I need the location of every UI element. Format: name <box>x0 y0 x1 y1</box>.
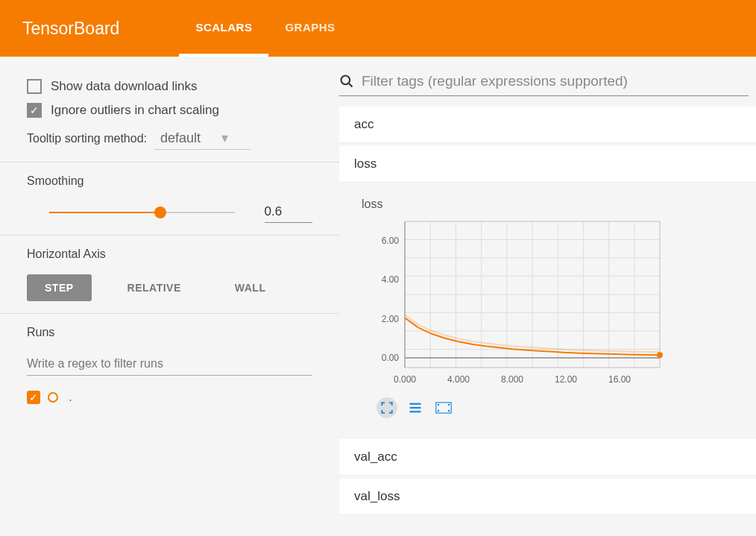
svg-point-0 <box>341 76 350 85</box>
ignore-outliers-checkbox[interactable]: ✓ Ignore outliers in chart scaling <box>27 103 312 118</box>
tag-section-loss[interactable]: loss <box>339 146 756 183</box>
tooltip-sort-select[interactable]: default ▾ <box>154 127 251 150</box>
svg-text:6.00: 6.00 <box>382 236 400 246</box>
chart-panel-loss: loss 0.002.004.006.000.0004.0008.00012.0… <box>339 186 756 433</box>
svg-point-40 <box>448 404 449 405</box>
tooltip-sort-value: default <box>160 130 201 146</box>
tag-section-val-acc[interactable]: val_acc <box>339 439 756 476</box>
svg-text:0.00: 0.00 <box>382 353 400 363</box>
run-toggle-all-checkbox[interactable]: ✓ <box>27 391 40 404</box>
app-header: TensorBoard SCALARS GRAPHS <box>0 0 756 57</box>
axis-btn-relative[interactable]: RELATIVE <box>110 274 199 301</box>
axis-btn-step[interactable]: STEP <box>27 274 92 301</box>
tab-graphs[interactable]: GRAPHS <box>268 0 351 57</box>
svg-text:12.00: 12.00 <box>555 374 577 385</box>
app-title: TensorBoard <box>22 19 119 39</box>
caret-down-icon: ▾ <box>221 130 228 146</box>
checkbox-unchecked-icon <box>27 79 42 94</box>
svg-line-1 <box>349 83 353 87</box>
tab-scalars[interactable]: SCALARS <box>179 0 268 57</box>
loss-chart[interactable]: 0.002.004.006.000.0004.0008.00012.0016.0… <box>362 217 667 388</box>
runs-label: Runs <box>27 326 312 339</box>
tooltip-sort-label: Tooltip sorting method: <box>27 132 147 145</box>
svg-text:16.00: 16.00 <box>608 374 631 385</box>
search-icon <box>339 74 354 89</box>
show-download-checkbox[interactable]: Show data download links <box>27 79 312 94</box>
horizontal-axis-label: Horizontal Axis <box>27 247 312 261</box>
expand-chart-button[interactable] <box>377 397 397 418</box>
svg-text:8.000: 8.000 <box>501 374 523 385</box>
svg-text:0.000: 0.000 <box>394 374 416 385</box>
svg-text:4.00: 4.00 <box>382 274 400 285</box>
svg-text:2.00: 2.00 <box>382 314 400 324</box>
slider-thumb[interactable] <box>154 206 166 218</box>
run-color-circle-icon[interactable] <box>48 392 58 403</box>
svg-point-41 <box>438 410 438 411</box>
show-download-label: Show data download links <box>51 79 198 94</box>
tag-filter-input[interactable] <box>362 73 749 89</box>
svg-point-39 <box>438 404 438 405</box>
checkbox-checked-icon: ✓ <box>27 103 42 118</box>
smoothing-label: Smoothing <box>27 174 312 188</box>
ignore-outliers-label: Ignore outliers in chart scaling <box>51 103 219 118</box>
axis-btn-wall[interactable]: WALL <box>217 274 284 301</box>
svg-point-42 <box>448 410 449 411</box>
sidebar: Show data download links ✓ Ignore outlie… <box>0 57 339 536</box>
slider-fill <box>49 212 160 213</box>
fit-domain-button[interactable] <box>433 397 454 418</box>
runs-filter-input[interactable] <box>27 353 312 376</box>
run-name-dot: . <box>69 389 72 405</box>
header-tabs: SCALARS GRAPHS <box>179 0 351 57</box>
smoothing-value-input[interactable]: 0.6 <box>265 201 312 223</box>
chart-title: loss <box>362 198 741 211</box>
smoothing-slider[interactable] <box>49 205 235 220</box>
svg-point-34 <box>657 352 663 358</box>
tag-section-acc[interactable]: acc <box>339 107 756 143</box>
svg-text:4.000: 4.000 <box>447 374 470 385</box>
toggle-lines-button[interactable] <box>405 397 426 418</box>
tag-section-val-loss[interactable]: val_loss <box>339 479 756 515</box>
content-area: acc loss loss 0.002.004.006.000.0004.000… <box>339 57 756 536</box>
